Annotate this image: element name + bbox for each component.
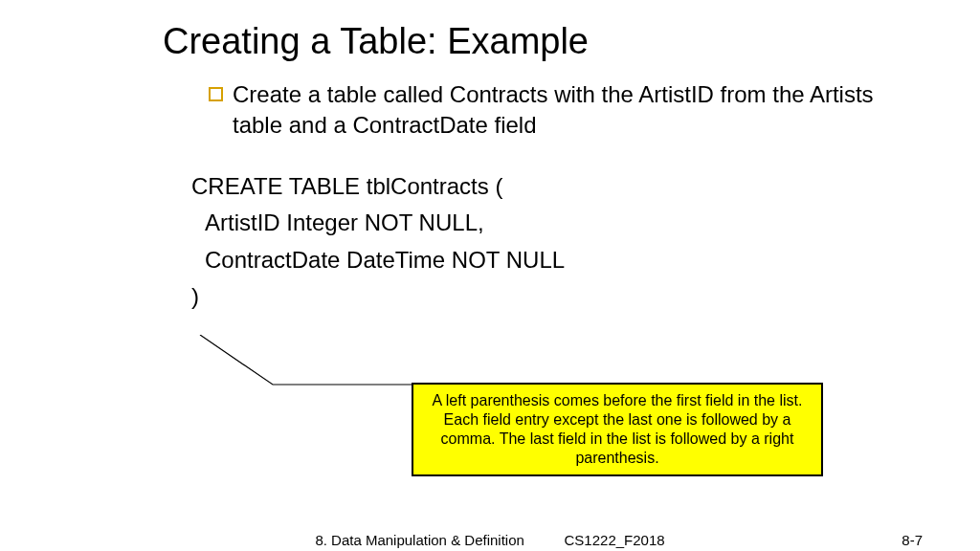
code-line: ContractDate DateTime NOT NULL <box>191 242 980 278</box>
callout-annotation: A left parenthesis comes before the firs… <box>412 383 823 476</box>
bullet-block: Create a table called Contracts with the… <box>0 62 980 142</box>
code-line: ArtistID Integer NOT NULL, <box>191 205 980 241</box>
code-line: CREATE TABLE tblContracts ( <box>191 168 980 205</box>
code-line: ) <box>191 278 980 315</box>
bullet-text: Create a table called Contracts with the… <box>233 79 903 142</box>
footer-chapter: 8. Data Manipulation & Definition <box>315 532 523 548</box>
bullet-icon <box>209 87 223 101</box>
code-block: CREATE TABLE tblContracts ( ArtistID Int… <box>0 142 980 316</box>
slide-title: Creating a Table: Example <box>0 0 980 62</box>
callout-connector-line <box>196 335 418 388</box>
footer-course: CS1222_F2018 <box>565 532 665 548</box>
bullet-item: Create a table called Contracts with the… <box>209 79 903 142</box>
footer-center: 8. Data Manipulation & Definition CS1222… <box>315 532 664 548</box>
footer-page-number: 8-7 <box>902 532 923 548</box>
